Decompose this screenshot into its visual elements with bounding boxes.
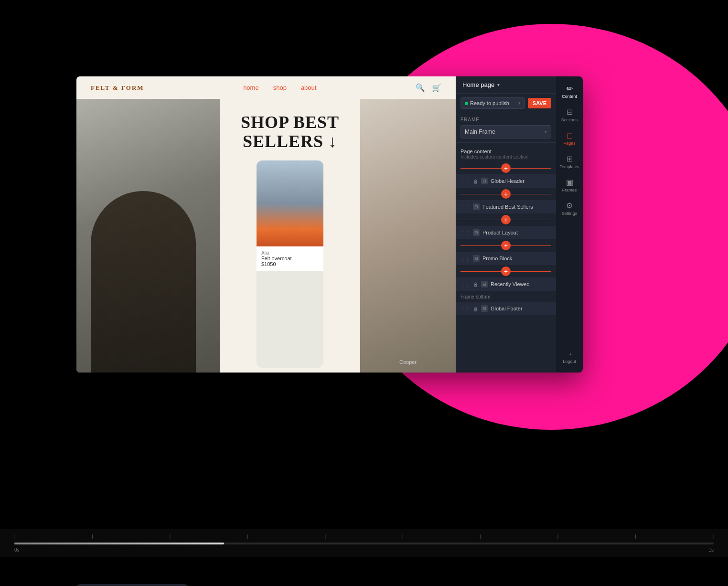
tick-2: | <box>170 534 171 539</box>
timeline-ruler: | | | | | | | | | | <box>14 534 714 539</box>
frames-icon-label: Frames <box>562 188 577 192</box>
frame-chevron-icon: ▾ <box>545 129 547 134</box>
search-icon[interactable]: 🔍 <box>416 83 425 92</box>
timeline-labels: 0s 1s <box>14 547 714 553</box>
tick-4: | <box>325 534 326 539</box>
drag-handle-icon: ⋮⋮ <box>460 256 470 261</box>
product-card-image <box>257 160 323 246</box>
add-section-button-4[interactable]: + <box>501 266 511 276</box>
section-label-global-header: Global Header <box>491 178 551 184</box>
sidebar-item-pages[interactable]: ◻ Pages <box>558 128 581 149</box>
page-content-title: Page content <box>460 149 551 154</box>
add-btn-row-1: + <box>456 188 556 200</box>
photo-label: Cooper <box>399 359 417 365</box>
content-icon: ✏ <box>567 85 573 93</box>
product-card[interactable]: Alia Felt overcoat $1050 <box>257 160 323 368</box>
tick-3: | <box>247 534 248 539</box>
section-item-recently-viewed[interactable]: ⋮⋮ ⊟ Recently Viewed <box>456 277 556 291</box>
settings-icon-label: Settings <box>562 211 578 216</box>
hero-title-line2: SELLERS ↓ <box>243 132 337 151</box>
tick-1: | <box>92 534 93 539</box>
nav-item-home[interactable]: home <box>243 84 259 91</box>
page-content-header: Page content Includes custom content sec… <box>456 147 556 160</box>
sidebar-item-frames[interactable]: ▣ Frames <box>558 175 581 196</box>
status-chevron-icon: ▾ <box>518 101 521 106</box>
site-logo: FELT & FORM <box>91 84 144 92</box>
timeline-track[interactable] <box>14 543 714 544</box>
add-section-button-3[interactable]: + <box>501 241 511 250</box>
add-btn-row-2: + <box>456 214 556 225</box>
sections-icon: ⊟ <box>567 108 573 116</box>
section-items-list: + ⋮⋮ ⊟ Global Header + ⋮⋮ ⊟ Feature <box>456 162 556 291</box>
timeline-end: 1s <box>708 547 714 553</box>
status-text: Ready to publish <box>470 100 509 106</box>
frame-section: FRAME Main Frame ▾ <box>456 113 556 143</box>
sidebar-item-templates[interactable]: ⊞ Templates <box>558 151 581 173</box>
add-section-button-1[interactable]: + <box>501 189 511 199</box>
panel-title: Home page ▾ <box>462 81 500 88</box>
layout-icon-featured: ⊟ <box>473 203 480 210</box>
hero-title: SHOP BEST SELLERS ↓ <box>229 113 351 151</box>
status-dot <box>465 102 468 105</box>
section-item-product-layout[interactable]: ⋮⋮ ⊟ Product Layout <box>456 226 556 239</box>
nav-item-shop[interactable]: shop <box>273 84 287 91</box>
templates-icon-label: Templates <box>559 164 579 169</box>
layout-icon-global-header: ⊟ <box>481 178 488 184</box>
photo-bg-right <box>360 99 456 373</box>
fashion-photo-right: Cooper <box>360 99 456 373</box>
frame-dropdown[interactable]: Main Frame ▾ <box>460 125 551 139</box>
device-selector-bar <box>76 584 188 586</box>
tick-6: | <box>480 534 481 539</box>
section-item-featured-best-sellers[interactable]: ⋮⋮ ⊟ Featured Best Sellers <box>456 200 556 213</box>
drag-handle-icon: ⋮⋮ <box>460 179 470 184</box>
sidebar-item-sections[interactable]: ⊟ Sections <box>558 105 581 126</box>
sidebar-item-settings[interactable]: ⚙ Settings <box>558 198 581 220</box>
add-section-button-2[interactable]: + <box>501 215 511 224</box>
section-label-product-layout: Product Layout <box>482 230 551 235</box>
content-icon-label: Content <box>562 94 577 99</box>
sections-icon-label: Sections <box>561 117 578 122</box>
frame-value: Main Frame <box>465 128 495 135</box>
drag-handle-icon: ⋮⋮ <box>460 204 470 210</box>
frame-bottom-label: Frame bottom <box>456 291 556 301</box>
tick-5: | <box>402 534 403 539</box>
add-btn-row-3: + <box>456 240 556 251</box>
right-panel: Home page ▾ Ready to publish ▾ SAVE FRAM… <box>456 76 556 373</box>
product-info: Alia Felt overcoat $1050 <box>257 246 323 271</box>
section-label-recently-viewed: Recently Viewed <box>491 281 551 287</box>
section-item-promo-block[interactable]: ⋮⋮ ⊟ Promo Block <box>456 252 556 265</box>
pages-icon: ◻ <box>567 132 573 139</box>
save-button[interactable]: SAVE <box>528 98 551 108</box>
tick-9: | <box>713 534 714 539</box>
site-navigation: home shop about <box>243 84 316 91</box>
status-dropdown[interactable]: Ready to publish ▾ <box>460 97 525 109</box>
section-item-global-header[interactable]: ⋮⋮ ⊟ Global Header <box>456 174 556 188</box>
cart-icon[interactable]: 🛒 <box>432 83 441 92</box>
section-label-promo: Promo Block <box>482 256 551 261</box>
add-section-button-0[interactable]: + <box>501 163 511 173</box>
settings-icon: ⚙ <box>566 202 573 210</box>
tick-8: | <box>635 534 636 539</box>
preview-content: SHOP BEST SELLERS ↓ Alia Felt overcoat $… <box>76 99 456 373</box>
layout-icon-footer: ⊟ <box>481 305 488 312</box>
chevron-down-icon[interactable]: ▾ <box>497 82 500 87</box>
section-label-featured: Featured Best Sellers <box>482 204 551 210</box>
sidebar-item-content[interactable]: ✏ Content <box>558 81 581 103</box>
product-card-area: Alia Felt overcoat $1050 <box>220 156 360 373</box>
product-name: Felt overcoat <box>261 256 319 261</box>
header-icons: 🔍 🛒 <box>416 83 441 92</box>
panel-header: Home page ▾ <box>456 76 556 94</box>
lock-icon-global-footer <box>473 306 478 311</box>
status-bar: Ready to publish ▾ SAVE <box>456 94 556 113</box>
section-item-global-footer[interactable]: ⋮⋮ ⊟ Global Footer <box>456 302 556 315</box>
hero-text: SHOP BEST SELLERS ↓ <box>220 99 360 156</box>
nav-item-about[interactable]: about <box>301 84 317 91</box>
lock-icon-recently-viewed <box>473 281 478 287</box>
site-header: FELT & FORM home shop about 🔍 🛒 <box>76 76 456 99</box>
drag-handle-icon: ⋮⋮ <box>460 230 470 235</box>
sidebar-item-logout[interactable]: → Logout <box>558 346 581 368</box>
frames-icon: ▣ <box>566 179 573 186</box>
timeline-area: | | | | | | | | | | 0s 1s <box>0 529 728 557</box>
timeline-progress <box>14 543 224 544</box>
frame-label: FRAME <box>460 117 551 122</box>
